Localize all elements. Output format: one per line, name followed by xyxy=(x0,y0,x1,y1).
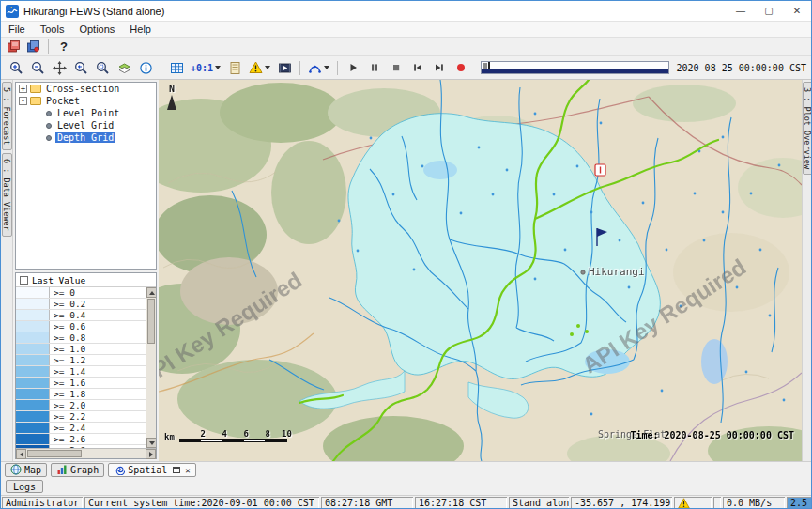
layer-tree[interactable]: +Cross-section-PocketLevel PointLevel Gr… xyxy=(15,82,157,270)
legend-row: >= 2.2 xyxy=(16,411,146,423)
animation-button[interactable] xyxy=(274,58,295,78)
tree-item-label: Cross-section xyxy=(44,84,121,94)
legend-color-swatch xyxy=(16,287,50,298)
tree-item-level-point[interactable]: Level Point xyxy=(16,107,156,119)
scale-segments: 246810 xyxy=(179,429,287,442)
legend-row: >= 0.8 xyxy=(16,332,146,344)
maximize-button[interactable]: ▢ xyxy=(755,1,783,21)
side-tab-5-forecast[interactable]: 5 : Forecast xyxy=(2,82,12,150)
pan-button[interactable] xyxy=(49,58,69,78)
legend-value-label: >= 1.6 xyxy=(50,378,85,388)
info-button[interactable] xyxy=(135,58,156,78)
open-forecast-button[interactable] xyxy=(5,39,22,55)
tree-item-level-grid[interactable]: Level Grid xyxy=(16,119,156,131)
legend-row: >= 2.4 xyxy=(16,423,146,434)
legend-header: Last Value xyxy=(16,273,156,287)
tree-item-depth-grid[interactable]: Depth Grid xyxy=(16,131,156,144)
help-button[interactable]: ? xyxy=(55,39,72,55)
legend-color-swatch xyxy=(16,355,50,365)
profile-dropdown[interactable] xyxy=(305,58,332,78)
logs-button[interactable]: Logs xyxy=(6,480,43,493)
time-slider[interactable] xyxy=(481,61,668,74)
play-button[interactable] xyxy=(343,58,363,78)
legend-row: >= 1.4 xyxy=(16,366,146,378)
arrow-right-icon xyxy=(149,452,153,457)
last-value-checkbox[interactable] xyxy=(20,276,28,285)
legend-value-label: >= 2.0 xyxy=(50,400,85,410)
menu-item-options[interactable]: Options xyxy=(71,22,122,37)
side-tab-6-data-viewer[interactable]: 6 : Data Viewer xyxy=(2,153,12,237)
go-to-end-button[interactable] xyxy=(429,58,450,78)
scrollbar-thumb[interactable] xyxy=(147,299,155,344)
tab-close-icon[interactable]: ✕ xyxy=(185,466,190,475)
tab-label: Graph xyxy=(70,465,99,475)
warnings-dropdown[interactable] xyxy=(246,58,273,78)
undock-icon[interactable] xyxy=(173,467,180,473)
map-view[interactable]: API Key Required API Key Required Hikura… xyxy=(159,80,802,461)
zoom-in-button[interactable] xyxy=(6,58,26,78)
scroll-up-button[interactable] xyxy=(146,287,156,298)
legend-value-label: >= 0.2 xyxy=(50,299,85,309)
application-window: { "window": { "title": "Hikurangi FEWS (… xyxy=(0,0,812,509)
legend-horizontal-scrollbar[interactable] xyxy=(16,448,156,458)
scale-unit-label: km xyxy=(164,432,175,442)
tab-graph[interactable]: Graph xyxy=(51,463,104,477)
scroll-right-button[interactable] xyxy=(146,449,156,459)
timeseries-document-button[interactable] xyxy=(224,58,245,78)
zoom-out-button[interactable] xyxy=(27,58,48,78)
menu-item-tools[interactable]: Tools xyxy=(33,22,72,37)
graph-icon-holder xyxy=(56,464,68,477)
folder-icon xyxy=(30,97,41,105)
tree-item-pocket[interactable]: -Pocket xyxy=(16,95,156,107)
time-slider-track xyxy=(482,69,667,73)
scale-tick-label: 6 xyxy=(227,429,249,439)
north-arrow: N xyxy=(164,84,179,110)
zoom-previous-button[interactable] xyxy=(70,58,91,78)
scroll-down-button[interactable] xyxy=(146,438,156,448)
scrollbar-track[interactable] xyxy=(146,345,156,438)
tree-item-cross-section[interactable]: +Cross-section xyxy=(16,83,156,95)
side-tab-3-plot-overview[interactable]: 3 : Plot Overview xyxy=(803,82,812,175)
scrollbar-thumb[interactable] xyxy=(27,450,82,457)
time-slider-thumb[interactable] xyxy=(483,63,487,69)
record-button[interactable] xyxy=(451,58,471,78)
legend-color-swatch xyxy=(16,434,50,444)
scale-tick-label: 8 xyxy=(249,429,270,439)
minimize-button[interactable]: — xyxy=(727,1,755,21)
tab-spatial[interactable]: Spatial✕ xyxy=(108,463,196,477)
status-user: Administrator xyxy=(2,497,83,509)
legend-color-swatch xyxy=(16,400,50,410)
tree-expander-icon[interactable]: - xyxy=(19,97,27,105)
scale-tick-label: 4 xyxy=(206,429,227,439)
status-text: 2.5 GB xyxy=(790,498,812,508)
grid-display-button[interactable] xyxy=(166,58,187,78)
node-dot-icon xyxy=(46,111,52,116)
open-database-button[interactable] xyxy=(24,39,41,55)
record-icon xyxy=(454,61,467,74)
menu-item-file[interactable]: File xyxy=(1,22,33,37)
tree-item-label: Depth Grid xyxy=(55,132,115,143)
tab-map[interactable]: Map xyxy=(5,463,47,477)
menu-item-help[interactable]: Help xyxy=(122,22,159,37)
close-button[interactable]: ✕ xyxy=(783,1,811,21)
stop-button[interactable] xyxy=(386,58,406,78)
tab-label: Map xyxy=(24,465,41,475)
scale-tick-label: 2 xyxy=(184,429,206,439)
status-text: 08:27:18 GMT xyxy=(325,498,392,508)
zoom-previous-icon xyxy=(74,61,88,75)
map-scale-bar: km 246810 xyxy=(164,429,287,442)
scale-bar-block xyxy=(201,439,222,442)
go-to-start-button[interactable] xyxy=(407,58,428,78)
layers-button[interactable] xyxy=(114,58,134,78)
legend-row: >= 1.2 xyxy=(16,355,146,366)
scale-segment: 2 xyxy=(179,429,201,442)
pause-button[interactable] xyxy=(364,58,385,78)
scrollbar-track[interactable] xyxy=(83,449,146,458)
map-time-label: Time: 2020-08-25 00:00:00 CST xyxy=(630,430,794,440)
tree-expander-icon[interactable]: + xyxy=(19,85,27,93)
zoom-extent-button[interactable] xyxy=(92,58,113,78)
scroll-left-button[interactable] xyxy=(16,449,26,459)
interval-dropdown[interactable]: +0:1 xyxy=(188,58,223,78)
status-text: Current system time:2020-09-01 00:00 CST xyxy=(88,498,314,508)
legend-vertical-scrollbar[interactable] xyxy=(146,287,156,448)
